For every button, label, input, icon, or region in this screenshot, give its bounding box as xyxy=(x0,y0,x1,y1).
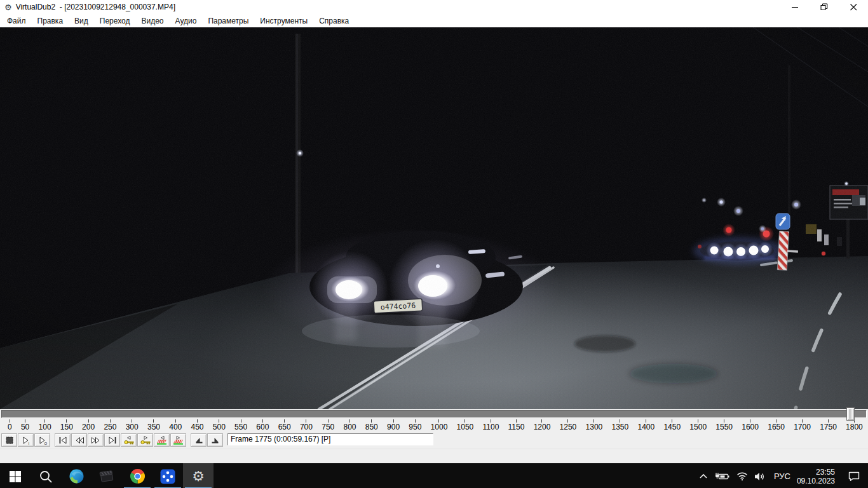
tick-label: 400 xyxy=(169,423,182,431)
timeline-tick-400: 400 xyxy=(169,419,182,433)
menu-item-help[interactable]: Справка xyxy=(313,15,355,27)
tick-label: 900 xyxy=(387,423,400,431)
timeline-thumb[interactable] xyxy=(846,407,855,421)
close-button[interactable] xyxy=(839,0,868,14)
timeline-tick-300: 300 xyxy=(126,419,139,433)
timeline-tick-950: 950 xyxy=(409,419,421,433)
restore-icon xyxy=(820,3,828,11)
transport-buttons: IO xyxy=(1,433,224,447)
taskbar-apps: ⚙ xyxy=(0,463,214,488)
tray-icons xyxy=(698,471,766,482)
go-to-end-button[interactable] xyxy=(104,433,120,447)
search-icon xyxy=(38,469,53,484)
restore-button[interactable] xyxy=(810,0,839,14)
desktop-screen: ⚙ VirtualDub2 - [20231009212948_000037.M… xyxy=(0,0,868,488)
stop-button[interactable] xyxy=(1,433,17,447)
timeline-track[interactable] xyxy=(1,410,867,418)
tick-label: 1500 xyxy=(689,423,707,431)
virtualdub-taskbar-button[interactable]: ⚙ xyxy=(183,463,214,488)
chevron-up-icon xyxy=(698,472,709,481)
tick-label: 250 xyxy=(104,423,116,431)
menu-item-go[interactable]: Переход xyxy=(94,15,136,27)
play-input-icon: I xyxy=(20,436,32,445)
frame-info: Frame 1775 (0:00:59.167) [P] xyxy=(227,433,433,445)
menubar: ФайлПравкаВидПереходВидеоАудиоПараметрыИ… xyxy=(0,14,868,27)
timeline-tick-700: 700 xyxy=(300,419,313,433)
mark-in-icon xyxy=(193,436,205,445)
next-keyframe-button[interactable] xyxy=(137,433,153,447)
tick-label: 1550 xyxy=(715,423,733,431)
edge-browser-button[interactable] xyxy=(61,463,92,488)
tick-label: 1000 xyxy=(431,423,448,431)
menu-item-file[interactable]: Файл xyxy=(1,15,32,27)
titlebar: ⚙ VirtualDub2 - [20231009212948_000037.M… xyxy=(0,0,868,14)
tick-label: 1250 xyxy=(560,423,577,431)
virtualdub-app-gear-icon: ⚙ xyxy=(4,3,12,11)
mark-out-button[interactable] xyxy=(207,433,223,447)
tick-label: 1100 xyxy=(483,423,499,431)
timeline-tick-1250: 1250 xyxy=(560,419,577,433)
go-to-start-button[interactable] xyxy=(55,433,71,447)
timeline-tick-0: 0 xyxy=(8,419,12,433)
tick-label: 1350 xyxy=(612,423,629,431)
menu-item-view[interactable]: Вид xyxy=(69,15,94,27)
blue-app-button[interactable] xyxy=(153,463,183,488)
menu-item-video[interactable]: Видео xyxy=(135,15,169,27)
thumb-grip xyxy=(850,409,851,419)
volume-icon[interactable] xyxy=(754,471,766,482)
tray-expand-button[interactable] xyxy=(698,472,709,481)
timeline-tick-500: 500 xyxy=(213,419,226,433)
tick-label: 1650 xyxy=(768,423,785,431)
system-tray: РУС 23:55 09.10.2023 xyxy=(698,463,868,488)
language-indicator[interactable]: РУС xyxy=(774,471,790,481)
menu-item-options[interactable]: Параметры xyxy=(202,15,254,27)
timeline-tick-1800: 1800 xyxy=(846,419,863,433)
blue-dots-app-icon xyxy=(159,468,176,485)
tick-label: 1700 xyxy=(794,423,811,431)
clock[interactable]: 23:55 09.10.2023 xyxy=(797,468,835,485)
close-icon xyxy=(850,4,857,11)
key-next-icon xyxy=(140,436,151,445)
mark-in-button[interactable] xyxy=(191,433,207,447)
timeline-tick-1550: 1550 xyxy=(715,419,733,433)
search-button[interactable] xyxy=(31,463,61,488)
svg-text:O: O xyxy=(44,441,47,445)
timeline-tick-1350: 1350 xyxy=(612,419,629,433)
prev-scene-button[interactable] xyxy=(154,433,170,447)
timeline-tick-1500: 1500 xyxy=(689,419,707,433)
play-input-button[interactable]: I xyxy=(18,433,34,447)
next-scene-button[interactable] xyxy=(170,433,186,447)
play-output-button[interactable]: O xyxy=(34,433,50,447)
menu-item-edit[interactable]: Правка xyxy=(32,15,69,27)
step-forward-icon xyxy=(90,436,102,445)
timeline-tick-1150: 1150 xyxy=(508,419,525,433)
menu-item-tools[interactable]: Инструменты xyxy=(254,15,313,27)
battery-status-icon[interactable] xyxy=(714,471,731,482)
tick-label: 950 xyxy=(409,423,421,431)
tick-label: 1450 xyxy=(663,423,681,431)
step-backward-button[interactable] xyxy=(71,433,87,447)
clapperboard-icon xyxy=(98,468,115,485)
taskbar: ⚙ РУС 23:55 09.10.2023 xyxy=(0,463,868,488)
skip-end-icon xyxy=(107,436,118,445)
tick-label: 1300 xyxy=(586,423,603,431)
start-button[interactable] xyxy=(0,463,31,488)
tray-time: 23:55 xyxy=(797,468,835,477)
timeline-tick-750: 750 xyxy=(322,419,334,433)
menu-item-audio[interactable]: Аудио xyxy=(170,15,203,27)
windows-logo-icon xyxy=(8,470,22,484)
volume-speaker-icon xyxy=(754,471,766,482)
timeline-tick-350: 350 xyxy=(147,419,160,433)
battery-icon xyxy=(714,471,731,482)
mark-out-icon xyxy=(210,436,221,445)
step-forward-button[interactable] xyxy=(88,433,104,447)
tick-label: 650 xyxy=(278,423,291,431)
action-center-button[interactable] xyxy=(843,470,865,482)
timeline-tick-450: 450 xyxy=(191,419,204,433)
chrome-browser-button[interactable] xyxy=(122,463,153,488)
minimize-button[interactable] xyxy=(780,0,810,14)
prev-keyframe-button[interactable] xyxy=(121,433,137,447)
video-app-button[interactable] xyxy=(92,463,122,488)
network-status-icon[interactable] xyxy=(736,471,748,481)
timeline-tick-650: 650 xyxy=(278,419,291,433)
